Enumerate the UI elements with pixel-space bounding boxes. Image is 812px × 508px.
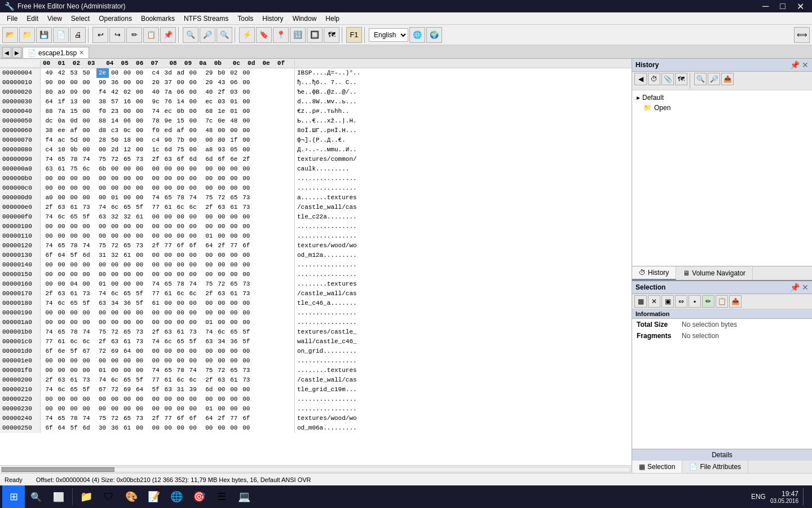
hex-cell[interactable]: 74 xyxy=(80,155,92,164)
row-hex[interactable]: dc0a0d00 88140600 789e1500 7c0e4800 xyxy=(41,116,294,126)
hex-cell[interactable]: 72 xyxy=(109,385,121,395)
hex-cell[interactable]: 00 xyxy=(203,251,215,260)
history-pin-btn[interactable]: 📌 xyxy=(790,60,800,69)
hex-cell[interactable]: 6f xyxy=(174,155,187,164)
hex-cell[interactable]: 00 xyxy=(109,68,121,78)
hex-cell[interactable]: 65 xyxy=(55,327,68,337)
hex-cell[interactable]: 00 xyxy=(68,231,80,241)
h-scrollbar[interactable] xyxy=(0,465,632,473)
hex-cell[interactable]: 00 xyxy=(109,260,121,270)
hex-cell[interactable]: 00 xyxy=(162,251,174,260)
hex-cell[interactable]: 00 xyxy=(55,404,68,414)
hex-cell[interactable]: 5f xyxy=(68,347,80,356)
hex-cell[interactable]: 00 xyxy=(228,174,240,183)
hex-cell[interactable]: 00 xyxy=(121,78,134,87)
hex-cell[interactable]: 01 xyxy=(203,404,215,414)
hex-row[interactable]: 00000030641f1300 38571600 9c761400 ec030… xyxy=(0,97,632,107)
hex-row[interactable]: 000002002f636173 746c655f 77616c6c 2f636… xyxy=(0,375,632,385)
hex-cell[interactable]: 00 xyxy=(80,270,92,279)
tab-nav-fwd[interactable]: ▶ xyxy=(12,47,21,58)
hex-cell[interactable]: 63 xyxy=(215,289,228,299)
hex-cell[interactable]: 00 xyxy=(43,174,55,183)
hex-cell[interactable]: 00 xyxy=(121,366,134,375)
hex-cell[interactable]: 6f xyxy=(43,347,55,356)
hex-cell[interactable]: 00 xyxy=(203,135,215,145)
hex-cell[interactable]: 12 xyxy=(121,145,134,155)
hex-cell[interactable]: 63 xyxy=(162,385,174,395)
hex-cell[interactable]: 75 xyxy=(203,366,215,375)
hex-cell[interactable]: 00 xyxy=(215,164,228,174)
hex-cell[interactable]: 00 xyxy=(203,308,215,318)
hex-cell[interactable]: 9b xyxy=(68,145,80,155)
hex-row[interactable]: 000000c000000000 00000000 00000000 00000… xyxy=(0,183,632,193)
minimize-btn[interactable]: ─ xyxy=(759,1,772,12)
hex-cell[interactable]: f0 xyxy=(149,126,162,135)
hex-cell[interactable]: 00 xyxy=(174,212,187,222)
hex-cell[interactable]: 93 xyxy=(215,145,228,155)
hex-cell[interactable]: 2f xyxy=(149,414,162,423)
sel-select2-btn[interactable]: ▣ xyxy=(661,295,674,308)
hex-cell[interactable]: 00 xyxy=(134,193,146,203)
hex-cell[interactable]: 00 xyxy=(240,183,253,193)
hex-cell[interactable]: 00 xyxy=(174,318,187,327)
hex-cell[interactable]: 40 xyxy=(203,87,215,97)
hex-cell[interactable]: 00 xyxy=(240,87,253,97)
hex-cell[interactable]: 01 xyxy=(96,279,109,289)
hex-cell[interactable]: 63 xyxy=(96,299,109,308)
hex-cell[interactable]: 78 xyxy=(68,241,80,251)
hex-cell[interactable]: 6c xyxy=(55,385,68,395)
hex-cell[interactable]: 1e xyxy=(215,107,228,116)
row-hex[interactable]: a0000000 00010000 74657874 75726573 xyxy=(41,193,294,203)
hex-cell[interactable]: 73 xyxy=(240,193,253,203)
hex-cell[interactable]: 74 xyxy=(149,193,162,203)
sel-select-btn[interactable]: ▦ xyxy=(634,295,647,308)
hex-cell[interactable]: 00 xyxy=(121,260,134,270)
hex-cell[interactable]: 00 xyxy=(96,260,109,270)
hex-cell[interactable]: 64 xyxy=(121,347,134,356)
row-hex[interactable]: 6f645f6d 30366100 00000000 00000000 xyxy=(41,423,294,433)
hex-cell[interactable]: 5f xyxy=(240,327,253,337)
redo-btn[interactable]: ↪ xyxy=(109,27,125,43)
hex-cell[interactable]: 42 xyxy=(109,87,121,97)
hex-cell[interactable]: 00 xyxy=(109,222,121,231)
menu-operations[interactable]: Operations xyxy=(94,14,136,24)
hex-cell[interactable]: 65 xyxy=(68,212,80,222)
hex-cell[interactable]: 00 xyxy=(134,116,146,126)
hex-cell[interactable]: 00 xyxy=(149,318,162,327)
hex-cell[interactable]: 73 xyxy=(80,289,92,299)
row-hex[interactable]: 80a90900 f4420200 407a0600 402f0300 xyxy=(41,87,294,97)
taskbar-lang[interactable]: ENG xyxy=(751,493,766,501)
hex-cell[interactable]: 63 xyxy=(55,203,68,212)
hex-cell[interactable]: 00 xyxy=(187,78,199,87)
hex-cell[interactable]: 00 xyxy=(240,270,253,279)
hex-cell[interactable]: 6c xyxy=(68,337,80,347)
hex-cell[interactable]: 7a xyxy=(162,87,174,97)
hex-cell[interactable]: 00 xyxy=(134,318,146,327)
hex-cell[interactable]: 00 xyxy=(203,395,215,404)
row-hex[interactable]: 49425350 2e000000 c43dad00 29b00200 xyxy=(41,68,294,78)
hex-cell[interactable]: 78 xyxy=(68,327,80,337)
hex-row[interactable]: 0000002080a90900 f4420200 407a0600 402f0… xyxy=(0,87,632,97)
hex-cell[interactable]: 65 xyxy=(228,366,240,375)
hex-cell[interactable]: 77 xyxy=(149,289,162,299)
hex-cell[interactable]: 68 xyxy=(203,107,215,116)
hex-cell[interactable]: 6f xyxy=(215,155,228,164)
hex-cell[interactable]: 73 xyxy=(240,279,253,289)
hex-cell[interactable]: 00 xyxy=(96,193,109,203)
hex-cell[interactable]: 00 xyxy=(187,126,199,135)
hex-cell[interactable]: 6c xyxy=(109,203,121,212)
hex-cell[interactable]: 00 xyxy=(109,279,121,289)
hex-cell[interactable]: 00 xyxy=(228,404,240,414)
hex-cell[interactable]: 00 xyxy=(121,68,134,78)
hex-cell[interactable]: 02 xyxy=(121,87,134,97)
hex-cell[interactable]: 6f xyxy=(240,414,253,423)
hex-cell[interactable]: 74 xyxy=(43,414,55,423)
hex-cell[interactable]: 00 xyxy=(109,308,121,318)
hex-cell[interactable]: 00 xyxy=(162,164,174,174)
hex-cell[interactable]: 00 xyxy=(187,318,199,327)
hex-cell[interactable]: 00 xyxy=(149,164,162,174)
hex-cell[interactable]: 64 xyxy=(203,414,215,423)
hex-cell[interactable]: 00 xyxy=(240,299,253,308)
row-hex[interactable]: 00000000 01000000 74657874 75726573 xyxy=(41,366,294,375)
hex-cell[interactable]: 00 xyxy=(134,87,146,97)
